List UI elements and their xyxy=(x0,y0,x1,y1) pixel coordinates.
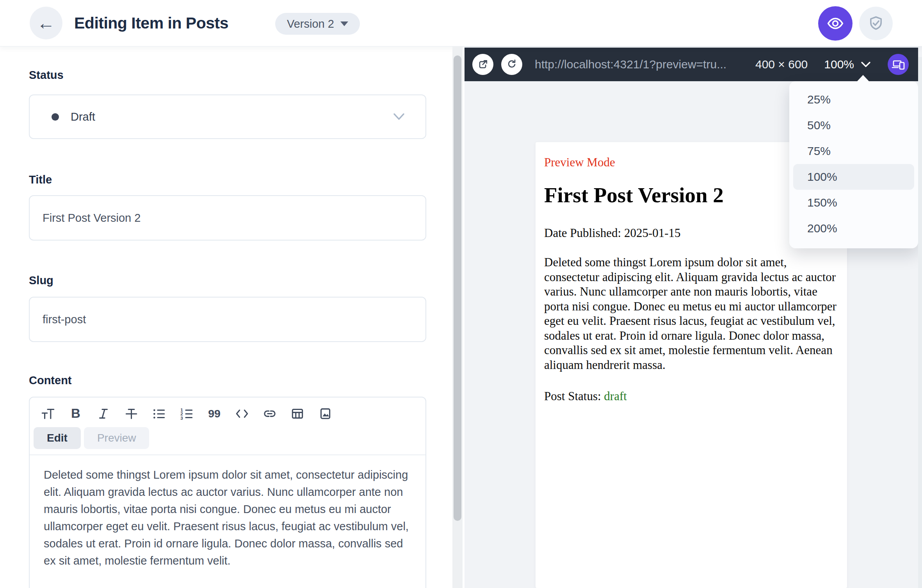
table-icon[interactable] xyxy=(290,406,305,421)
editor-toolbar: B xyxy=(30,397,425,421)
blockquote-icon[interactable]: 99 xyxy=(207,406,222,421)
page-title: Editing Item in Posts xyxy=(74,14,228,32)
content-textarea[interactable]: Deleted some thingst Lorem ipsum dolor s… xyxy=(30,455,425,569)
editor-screen: ← Editing Item in Posts Version 2 xyxy=(0,0,922,588)
preview-post-status: Post Status: draft xyxy=(544,389,839,403)
preview-body: Deleted some thingst Lorem ipsum dolor s… xyxy=(544,255,839,372)
app-header: ← Editing Item in Posts Version 2 xyxy=(0,0,922,46)
preview-toggle-button[interactable] xyxy=(818,6,853,41)
left-pane-scrollbar-thumb[interactable] xyxy=(454,55,461,521)
zoom-dropdown-menu: 25% 50% 75% 100% 150% 200% xyxy=(789,81,918,248)
image-icon[interactable] xyxy=(318,406,333,421)
dropdown-caret xyxy=(857,75,869,81)
caret-down-icon xyxy=(340,21,348,26)
bullet-list-icon[interactable] xyxy=(151,406,166,421)
chevron-down-icon xyxy=(860,61,871,68)
bold-icon[interactable]: B xyxy=(68,406,83,421)
external-link-icon xyxy=(477,58,489,71)
validation-button[interactable] xyxy=(859,7,893,40)
zoom-dropdown-trigger[interactable]: 100% xyxy=(824,58,871,71)
strikethrough-icon[interactable] xyxy=(124,406,139,421)
status-dot-icon xyxy=(52,113,59,121)
content-editor: B xyxy=(29,397,426,588)
status-label: Status xyxy=(29,69,64,82)
shield-check-icon xyxy=(867,15,885,32)
back-button[interactable]: ← xyxy=(30,7,62,39)
viewport-size: 400 × 600 xyxy=(755,58,808,71)
preview-toolbar: http://localhost:4321/1?preview=tru... 4… xyxy=(465,48,918,81)
zoom-option-200[interactable]: 200% xyxy=(793,216,914,241)
zoom-option-25[interactable]: 25% xyxy=(793,87,914,112)
eye-icon xyxy=(826,14,844,32)
window-scrollbar[interactable] xyxy=(918,57,922,588)
ordered-list-icon[interactable]: 1 2 3 xyxy=(179,406,194,421)
edit-form-pane: Status Draft Title Slug Content B xyxy=(0,46,465,588)
editor-tabs: Edit Preview xyxy=(30,421,425,449)
preview-status-value: draft xyxy=(604,389,627,403)
device-size-button[interactable] xyxy=(888,54,909,75)
title-input[interactable] xyxy=(29,195,426,241)
preview-pane: http://localhost:4321/1?preview=tru... 4… xyxy=(465,46,922,588)
zoom-option-100[interactable]: 100% xyxy=(793,164,914,190)
status-select[interactable]: Draft xyxy=(29,94,426,139)
status-value: Draft xyxy=(71,110,95,123)
zoom-option-50[interactable]: 50% xyxy=(793,112,914,138)
svg-text:3: 3 xyxy=(180,415,183,421)
refresh-icon xyxy=(505,58,518,71)
zoom-value: 100% xyxy=(824,58,854,71)
slug-label: Slug xyxy=(29,274,53,287)
version-label: Version 2 xyxy=(287,18,334,30)
tab-preview[interactable]: Preview xyxy=(84,427,150,449)
chevron-down-icon xyxy=(393,112,405,121)
responsive-device-icon xyxy=(891,57,905,71)
slug-input[interactable] xyxy=(29,297,426,342)
code-icon[interactable] xyxy=(235,406,249,421)
refresh-button[interactable] xyxy=(501,54,522,75)
open-external-button[interactable] xyxy=(472,54,493,75)
italic-icon[interactable] xyxy=(96,406,111,421)
zoom-option-75[interactable]: 75% xyxy=(793,138,914,164)
content-label: Content xyxy=(29,374,72,387)
zoom-option-150[interactable]: 150% xyxy=(793,190,914,216)
svg-text:99: 99 xyxy=(208,407,221,420)
back-arrow-icon: ← xyxy=(37,12,55,34)
title-label: Title xyxy=(29,173,52,186)
link-icon[interactable] xyxy=(262,406,277,421)
heading-icon[interactable] xyxy=(41,406,55,421)
tab-edit[interactable]: Edit xyxy=(34,427,81,449)
version-selector[interactable]: Version 2 xyxy=(275,13,360,35)
preview-url[interactable]: http://localhost:4321/1?preview=tru... xyxy=(535,58,748,71)
